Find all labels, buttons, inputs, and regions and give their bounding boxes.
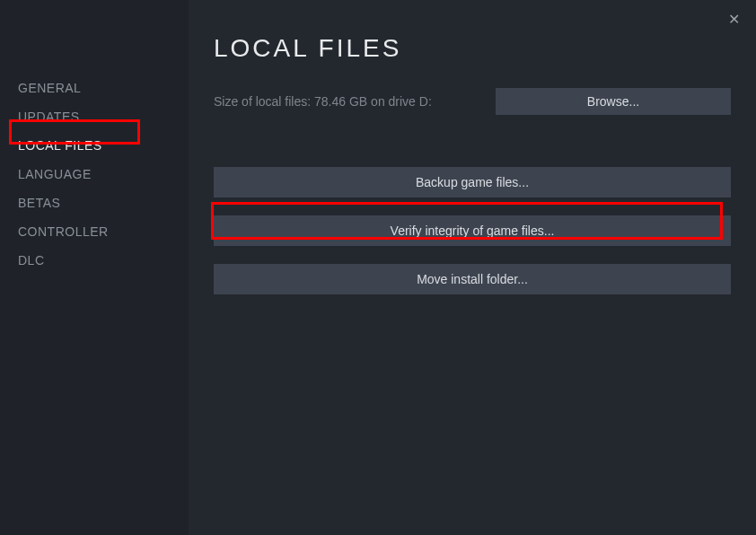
sidebar-item-updates[interactable]: UPDATES <box>0 102 189 131</box>
sidebar-item-local-files[interactable]: LOCAL FILES <box>0 131 189 160</box>
main-panel: ✕ LOCAL FILES Size of local files: 78.46… <box>189 0 756 535</box>
verify-integrity-button[interactable]: Verify integrity of game files... <box>214 215 731 246</box>
page-title: LOCAL FILES <box>214 34 731 63</box>
sidebar-item-betas[interactable]: BETAS <box>0 189 189 217</box>
sidebar-item-language[interactable]: LANGUAGE <box>0 160 189 189</box>
close-icon[interactable]: ✕ <box>725 7 743 31</box>
move-install-button[interactable]: Move install folder... <box>214 264 731 294</box>
size-info-text: Size of local files: 78.46 GB on drive D… <box>214 94 432 109</box>
sidebar: GENERAL UPDATES LOCAL FILES LANGUAGE BET… <box>0 0 189 535</box>
browse-button[interactable]: Browse... <box>496 88 731 115</box>
backup-button[interactable]: Backup game files... <box>214 167 731 197</box>
sidebar-item-controller[interactable]: CONTROLLER <box>0 217 189 246</box>
sidebar-item-dlc[interactable]: DLC <box>0 246 189 275</box>
sidebar-item-general[interactable]: GENERAL <box>0 74 189 102</box>
info-row: Size of local files: 78.46 GB on drive D… <box>214 88 731 115</box>
